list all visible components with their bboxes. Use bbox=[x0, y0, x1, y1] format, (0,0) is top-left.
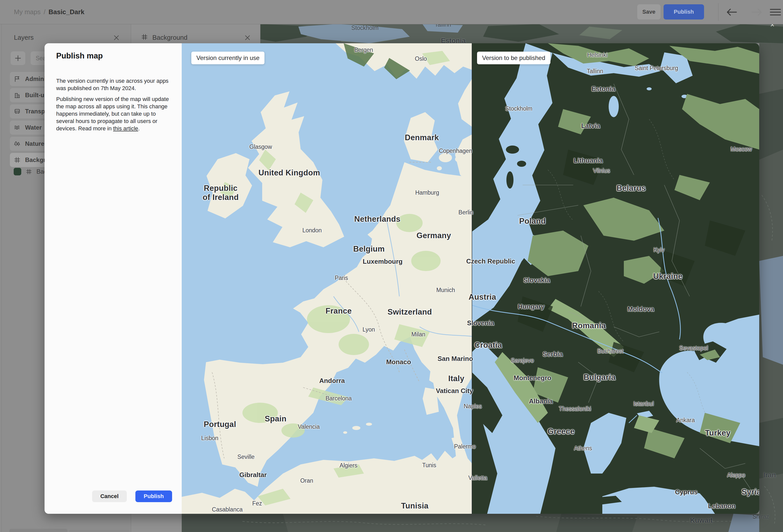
publish-modal: Publish map The version currently in use… bbox=[44, 43, 182, 514]
menu-icon[interactable] bbox=[769, 7, 782, 17]
this-article-link[interactable]: this article bbox=[113, 125, 138, 132]
sublayer-row-background[interactable]: Bac bbox=[14, 167, 47, 176]
paragraph-text: . bbox=[138, 125, 140, 132]
grid-icon bbox=[141, 34, 148, 40]
version-compare-panel: BergenOsloGlasgowUnited KingdomRepublic … bbox=[182, 43, 759, 514]
map-studio-app: My maps / Basic_Dark Save Publish Layers… bbox=[0, 0, 783, 532]
building-icon bbox=[14, 92, 21, 98]
top-bar: My maps / Basic_Dark Save Publish bbox=[0, 0, 783, 24]
breadcrumb-separator: / bbox=[43, 8, 45, 16]
grid-icon bbox=[14, 157, 21, 163]
breadcrumb: My maps / Basic_Dark bbox=[14, 0, 84, 24]
map-version-current[interactable] bbox=[182, 43, 472, 514]
dimmed-map-right bbox=[759, 43, 783, 532]
dialog-actions: Cancel Publish bbox=[92, 491, 172, 502]
publish-button[interactable]: Publish bbox=[135, 491, 172, 502]
background-tab-title[interactable]: Background bbox=[152, 34, 188, 41]
map-version-published[interactable] bbox=[472, 43, 759, 514]
grid-icon bbox=[26, 168, 32, 175]
publish-button-topbar[interactable]: Publish bbox=[663, 4, 704, 20]
cancel-button[interactable]: Cancel bbox=[92, 491, 127, 502]
save-button[interactable]: Save bbox=[637, 4, 660, 20]
trees-icon bbox=[14, 140, 21, 147]
paragraph-text: Publishing new version of the map will u… bbox=[56, 96, 169, 132]
dimmed-bottom-toast bbox=[69, 530, 130, 532]
dialog-title: Publish map bbox=[56, 51, 103, 61]
plus-icon bbox=[15, 55, 21, 62]
flag-icon bbox=[14, 76, 21, 82]
dialog-paragraph-current-version: The version currently in use across your… bbox=[56, 77, 170, 92]
breadcrumb-my-maps[interactable]: My maps bbox=[14, 8, 40, 16]
dimmed-bottom-toast bbox=[9, 529, 68, 532]
version-split-divider[interactable] bbox=[472, 43, 472, 514]
published-version-badge: Version to be published bbox=[477, 52, 551, 64]
dimmed-map-top bbox=[260, 24, 783, 43]
publish-dialog: Publish map The version currently in use… bbox=[44, 43, 759, 514]
dialog-paragraph-publish-info: Publishing new version of the map will u… bbox=[56, 95, 170, 132]
layer-label: Nature bbox=[25, 140, 44, 147]
close-icon[interactable] bbox=[245, 35, 251, 41]
layer-color-swatch[interactable] bbox=[14, 168, 21, 176]
forward-arrow-icon[interactable] bbox=[751, 7, 763, 17]
back-arrow-icon[interactable] bbox=[725, 7, 738, 17]
breadcrumb-map-name: Basic_Dark bbox=[49, 8, 85, 16]
close-icon[interactable] bbox=[114, 35, 120, 41]
bus-icon bbox=[14, 108, 21, 115]
current-version-badge: Version currently in use bbox=[191, 52, 264, 64]
waves-icon bbox=[14, 124, 21, 131]
window-edge-line bbox=[1, 24, 2, 532]
add-layer-button[interactable] bbox=[11, 51, 25, 65]
layer-label: Water bbox=[25, 124, 42, 131]
layers-panel-title: Layers bbox=[14, 34, 34, 41]
dimmed-map-bottom bbox=[182, 514, 759, 532]
